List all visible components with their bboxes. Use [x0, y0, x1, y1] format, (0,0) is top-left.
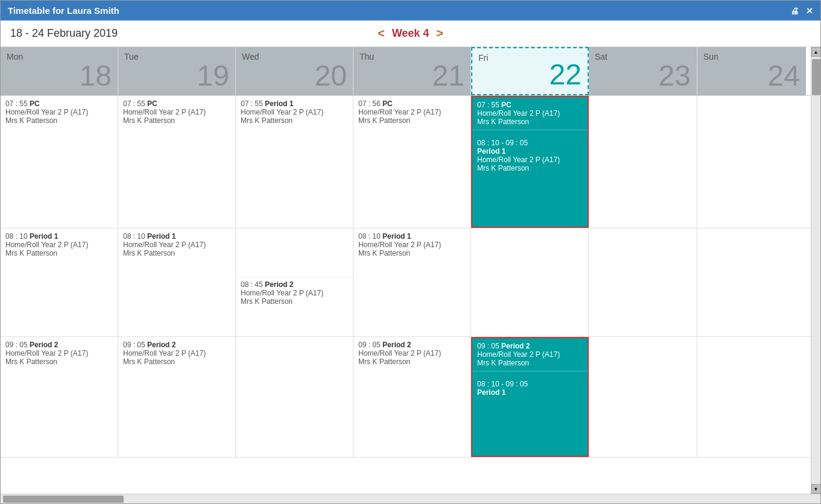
- week-label: Week 4: [392, 27, 430, 40]
- cell-sun-row3: [697, 337, 806, 457]
- day-name-fri: Fri: [478, 53, 488, 63]
- header-row: 18 - 24 February 2019 < Week 4 >: [1, 20, 820, 47]
- event-thu-period2[interactable]: 09 : 05 Period 2 Home/Roll Year 2 P (A17…: [353, 337, 471, 370]
- timetable-window: Timetable for Laura Smith 🖨 ✕ 18 - 24 Fe…: [0, 0, 821, 504]
- day-name-sun: Sun: [703, 52, 718, 61]
- cell-thu-row1: 07 : 56 PC Home/Roll Year 2 P (A17) Mrs …: [353, 96, 471, 228]
- cell-thu-row2: 08 : 10 Period 1 Home/Roll Year 2 P (A17…: [353, 228, 471, 336]
- event-wed-period1[interactable]: 07 : 55 Period 1 Home/Roll Year 2 P (A17…: [236, 96, 353, 128]
- event-mon-period2[interactable]: 09 : 05 Period 2 Home/Roll Year 2 P (A17…: [1, 337, 118, 370]
- vertical-scrollbar[interactable]: ▲ ▼: [811, 47, 820, 494]
- cell-mon-row1: 07 : 55 PC Home/Roll Year 2 P (A17) Mrs …: [1, 96, 118, 228]
- day-name-wed: Wed: [242, 52, 259, 61]
- day-header-fri: Fri 22: [471, 47, 589, 95]
- hscroll-thumb[interactable]: [3, 496, 124, 503]
- day-header-thu: Thu 21: [353, 47, 471, 95]
- day-number-sat: 23: [659, 61, 691, 90]
- cell-sat-row1: [589, 96, 697, 228]
- next-week-button[interactable]: >: [436, 27, 443, 40]
- event-mon-pc[interactable]: 07 : 55 PC Home/Roll Year 2 P (A17) Mrs …: [1, 96, 118, 128]
- day-number-fri: 22: [550, 60, 582, 89]
- day-number-thu: 21: [433, 61, 464, 90]
- day-number-tue: 19: [197, 61, 229, 90]
- cell-wed-row3: [236, 337, 353, 457]
- day-name-mon: Mon: [7, 52, 23, 61]
- calendar-area: Mon 18 Tue 19 Wed 20 Thu 21: [1, 47, 820, 494]
- week-nav-wrapper: < Week 4 >: [277, 27, 544, 40]
- window-title: Timetable for Laura Smith: [8, 5, 119, 16]
- day-name-sat: Sat: [595, 52, 607, 61]
- calendar-scroll-area[interactable]: Mon 18 Tue 19 Wed 20 Thu 21: [1, 47, 811, 494]
- close-icon[interactable]: ✕: [806, 6, 813, 16]
- day-header-tue: Tue 19: [118, 47, 236, 95]
- cell-tue-row1: 07 : 55 PC Home/Roll Year 2 P (A17) Mrs …: [118, 96, 236, 228]
- day-header-mon: Mon 18: [1, 47, 118, 95]
- cell-sun-row2: [697, 228, 806, 336]
- days-header: Mon 18 Tue 19 Wed 20 Thu 21: [1, 47, 811, 96]
- day-header-sun: Sun 24: [697, 47, 806, 95]
- cell-fri-row3: 09 : 05 Period 2 Home/Roll Year 2 P (A17…: [471, 337, 589, 457]
- event-fri-period1-range[interactable]: 08 : 10 - 09 : 05 Period 1 Home/Roll Yea…: [472, 135, 588, 176]
- cell-wed-row2: 08 : 45 Period 2 Home/Roll Year 2 P (A17…: [236, 228, 353, 336]
- day-number-mon: 18: [80, 61, 112, 90]
- cell-tue-row2: 08 : 10 Period 1 Home/Roll Year 2 P (A17…: [118, 228, 236, 336]
- day-header-sat: Sat 23: [589, 47, 697, 95]
- cell-thu-row3: 09 : 05 Period 2 Home/Roll Year 2 P (A17…: [353, 337, 471, 457]
- event-fri-pc[interactable]: 07 : 55 PC Home/Roll Year 2 P (A17) Mrs …: [472, 97, 588, 130]
- day-number-sun: 24: [768, 61, 800, 90]
- day-name-tue: Tue: [124, 52, 139, 61]
- cell-fri-row1: 07 : 55 PC Home/Roll Year 2 P (A17) Mrs …: [471, 96, 589, 228]
- title-bar: Timetable for Laura Smith 🖨 ✕: [1, 1, 820, 20]
- print-icon[interactable]: 🖨: [790, 6, 799, 16]
- event-tue-pc[interactable]: 07 : 55 PC Home/Roll Year 2 P (A17) Mrs …: [118, 96, 235, 128]
- scroll-down-button[interactable]: ▼: [811, 484, 821, 494]
- day-number-wed: 20: [315, 61, 347, 90]
- cell-sat-row3: [589, 337, 697, 457]
- day-name-thu: Thu: [360, 52, 374, 61]
- cell-mon-row2: 08 : 10 Period 1 Home/Roll Year 2 P (A17…: [1, 228, 118, 336]
- event-tue-period2[interactable]: 09 : 05 Period 2 Home/Roll Year 2 P (A17…: [118, 337, 235, 370]
- scroll-thumb[interactable]: [812, 59, 820, 95]
- calendar-row-2: 08 : 10 Period 1 Home/Roll Year 2 P (A17…: [1, 228, 811, 337]
- event-fri-period1-row3[interactable]: 08 : 10 - 09 : 05 Period 1: [472, 376, 588, 400]
- event-thu-period1[interactable]: 08 : 10 Period 1 Home/Roll Year 2 P (A17…: [353, 228, 471, 261]
- event-wed-period2[interactable]: 08 : 45 Period 2 Home/Roll Year 2 P (A17…: [236, 277, 353, 309]
- event-tue-period1[interactable]: 08 : 10 Period 1 Home/Roll Year 2 P (A17…: [118, 228, 235, 261]
- title-bar-controls: 🖨 ✕: [790, 6, 813, 16]
- horizontal-scrollbar[interactable]: [1, 494, 820, 503]
- cell-tue-row3: 09 : 05 Period 2 Home/Roll Year 2 P (A17…: [118, 337, 236, 457]
- cell-mon-row3: 09 : 05 Period 2 Home/Roll Year 2 P (A17…: [1, 337, 118, 457]
- event-thu-pc[interactable]: 07 : 56 PC Home/Roll Year 2 P (A17) Mrs …: [353, 96, 471, 128]
- cell-fri-row2: [471, 228, 589, 336]
- calendar-row-3: 09 : 05 Period 2 Home/Roll Year 2 P (A17…: [1, 337, 811, 458]
- cell-wed-row1: 07 : 55 Period 1 Home/Roll Year 2 P (A17…: [236, 96, 353, 228]
- scroll-up-button[interactable]: ▲: [811, 47, 821, 57]
- cell-sun-row1: [697, 96, 806, 228]
- date-range: 18 - 24 February 2019: [10, 27, 277, 40]
- calendar-row-1: 07 : 55 PC Home/Roll Year 2 P (A17) Mrs …: [1, 96, 811, 228]
- event-fri-period2[interactable]: 09 : 05 Period 2 Home/Roll Year 2 P (A17…: [472, 338, 588, 371]
- prev-week-button[interactable]: <: [378, 27, 385, 40]
- event-mon-period1[interactable]: 08 : 10 Period 1 Home/Roll Year 2 P (A17…: [1, 228, 118, 261]
- wed-spacer: [236, 228, 353, 277]
- day-header-wed: Wed 20: [236, 47, 353, 95]
- cell-sat-row2: [589, 228, 697, 336]
